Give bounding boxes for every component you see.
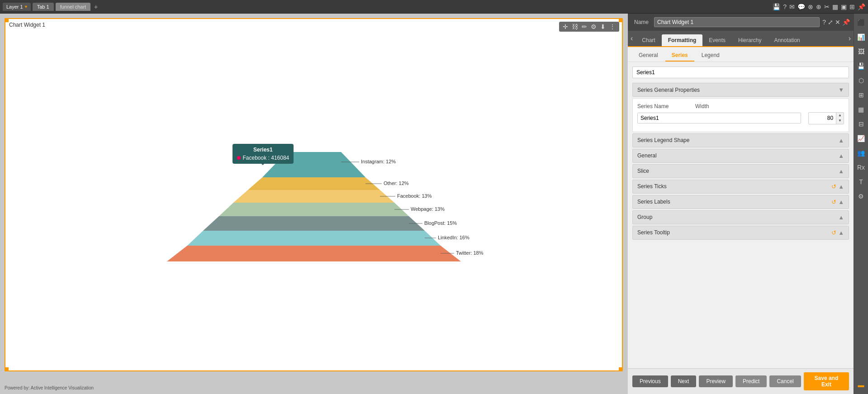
refresh-icon[interactable]: ↺ bbox=[831, 199, 836, 205]
save-exit-button[interactable]: Save and Exit bbox=[804, 372, 849, 390]
previous-button[interactable]: Previous bbox=[632, 375, 668, 387]
section-group[interactable]: Group ▲ bbox=[632, 210, 849, 224]
refresh-icon[interactable]: ↺ bbox=[831, 183, 836, 190]
layer-dropdown-icon[interactable]: ▾ bbox=[25, 4, 27, 9]
canvas-footer: Powered by: Active Intelligence Visualiz… bbox=[5, 385, 94, 390]
sidebar-icon-12[interactable]: ⚙ bbox=[855, 190, 868, 203]
tools-icon[interactable]: ✂ bbox=[824, 3, 830, 10]
funnel-layer-webpage[interactable] bbox=[219, 203, 409, 216]
label-facebook: Facebook: 13% bbox=[397, 193, 432, 199]
section-collapse-icon[interactable]: ▼ bbox=[838, 86, 844, 93]
panel-header-icons: ? ⤢ ✕ 📌 bbox=[822, 19, 850, 26]
panel-help-icon[interactable]: ? bbox=[822, 19, 826, 26]
funnel-layer-other[interactable] bbox=[248, 177, 380, 190]
sub-tab-legend[interactable]: Legend bbox=[695, 50, 726, 62]
label-blogpost: BlogPost: 15% bbox=[424, 220, 457, 226]
handle-tl[interactable] bbox=[5, 19, 9, 22]
section-series-ticks[interactable]: Series Ticks ↺ ▲ bbox=[632, 180, 849, 194]
expand-icon[interactable]: ⊞ bbox=[849, 3, 855, 10]
section-series-tooltip[interactable]: Series Tooltip ↺ ▲ bbox=[632, 226, 849, 240]
section-general[interactable]: General ▲ bbox=[632, 149, 849, 163]
tab-1[interactable]: Tab 1 bbox=[33, 3, 54, 11]
section-collapse-icon[interactable]: ▲ bbox=[838, 229, 844, 236]
layer-label: Layer 1 bbox=[6, 4, 23, 9]
label-other: Other: 12% bbox=[384, 180, 409, 186]
panel-tab-next-arrow[interactable]: › bbox=[846, 34, 854, 43]
funnel-layer-twitter[interactable] bbox=[167, 246, 461, 261]
sidebar-icon-4[interactable]: ⬡ bbox=[855, 74, 868, 87]
tab-annotation[interactable]: Annotation bbox=[768, 34, 806, 46]
sidebar-icon-8[interactable]: 📈 bbox=[855, 132, 868, 145]
section-collapse-icon[interactable]: ▲ bbox=[838, 183, 844, 190]
sidebar-icon-9[interactable]: 👥 bbox=[855, 147, 868, 159]
section-collapse-icon[interactable]: ▲ bbox=[838, 168, 844, 175]
funnel-layer-linkedin[interactable] bbox=[187, 231, 441, 246]
panel-name-input[interactable] bbox=[654, 17, 820, 27]
width-spinner[interactable]: ▲ ▼ bbox=[808, 112, 844, 124]
filter-icon[interactable]: ⊗ bbox=[808, 3, 813, 10]
sidebar-icon-7[interactable]: ⊟ bbox=[855, 118, 868, 130]
sidebar-icon-0[interactable]: ⬛ bbox=[855, 16, 868, 29]
section-collapse-icon[interactable]: ▲ bbox=[838, 199, 844, 205]
cancel-button[interactable]: Cancel bbox=[769, 375, 801, 387]
refresh-icon[interactable]: ↺ bbox=[831, 229, 836, 236]
funnel-layer-blogpost[interactable] bbox=[203, 216, 425, 231]
preview-button[interactable]: Preview bbox=[699, 375, 733, 387]
sub-tabs: General Series Legend bbox=[628, 47, 854, 62]
panel-pin-icon[interactable]: 📌 bbox=[842, 19, 850, 26]
panel-close-icon[interactable]: ✕ bbox=[835, 19, 840, 26]
tab-events[interactable]: Events bbox=[702, 34, 732, 46]
series-name-input[interactable] bbox=[637, 113, 801, 123]
sub-tab-general[interactable]: General bbox=[632, 50, 664, 62]
funnel-layer-facebook[interactable] bbox=[233, 190, 394, 203]
sidebar-icon-3[interactable]: 💾 bbox=[855, 60, 868, 72]
panel-tab-prev-arrow[interactable]: ‹ bbox=[628, 34, 636, 43]
width-label: Width bbox=[695, 103, 722, 109]
right-sidebar: ⬛ 📊 🖼 💾 ⬡ ⊞ ▦ ⊟ 📈 👥 Rx T ⚙ ▬ bbox=[854, 14, 868, 394]
handle-br[interactable] bbox=[619, 367, 622, 371]
tab-funnel-chart[interactable]: funnel chart bbox=[56, 3, 90, 11]
section-legend-shape[interactable]: Series Legend Shape ▲ bbox=[632, 133, 849, 147]
sidebar-icon-1[interactable]: 📊 bbox=[855, 31, 868, 43]
layer-tab[interactable]: Layer 1 ▾ bbox=[3, 3, 31, 11]
sidebar-icon-11[interactable]: T bbox=[855, 176, 868, 188]
panel-resize-icon[interactable]: ⤢ bbox=[828, 19, 833, 26]
series-dropdown[interactable]: Series1 bbox=[632, 66, 849, 78]
section-series-labels[interactable]: Series Labels ↺ ▲ bbox=[632, 195, 849, 209]
panel-tabs: Chart Formatting Events Hierarchy Annota… bbox=[636, 31, 845, 46]
handle-tr[interactable] bbox=[619, 19, 622, 22]
section-collapse-icon[interactable]: ▲ bbox=[838, 137, 844, 144]
help-icon[interactable]: ? bbox=[783, 3, 787, 10]
section-collapse-icon[interactable]: ▲ bbox=[838, 214, 844, 221]
sidebar-icon-6[interactable]: ▦ bbox=[855, 103, 868, 116]
sidebar-icon-2[interactable]: 🖼 bbox=[855, 45, 868, 58]
width-input[interactable] bbox=[809, 113, 836, 124]
tooltip-value: Facebook : 416084 bbox=[243, 155, 289, 161]
funnel-chart: Instagram: 12% Other: 12% Facebook: 13% … bbox=[138, 126, 490, 271]
section-series-general[interactable]: Series General Properties ▼ bbox=[632, 83, 849, 97]
tooltip-title: Series1 bbox=[237, 147, 289, 153]
add-tab-button[interactable]: + bbox=[92, 3, 100, 10]
monitor-icon[interactable]: ▣ bbox=[841, 3, 847, 10]
tab-formatting[interactable]: Formatting bbox=[662, 34, 703, 46]
chat-icon[interactable]: 💬 bbox=[797, 3, 805, 10]
sidebar-icon-10[interactable]: Rx bbox=[855, 161, 868, 174]
section-slice[interactable]: Slice ▲ bbox=[632, 164, 849, 178]
fields-section-general: Series Name Width ▲ ▼ bbox=[632, 98, 849, 132]
filter2-icon[interactable]: ⊕ bbox=[816, 3, 821, 10]
tab-hierarchy[interactable]: Hierarchy bbox=[732, 34, 768, 46]
tab-chart[interactable]: Chart bbox=[636, 34, 661, 46]
sub-tab-series[interactable]: Series bbox=[665, 50, 694, 62]
next-button[interactable]: Next bbox=[671, 375, 697, 387]
sidebar-icon-bottom[interactable]: ▬ bbox=[855, 379, 868, 391]
grid-icon[interactable]: ▦ bbox=[832, 3, 838, 10]
pin-icon[interactable]: 📌 bbox=[858, 3, 865, 10]
email-icon[interactable]: ✉ bbox=[789, 3, 795, 10]
save-icon[interactable]: 💾 bbox=[773, 3, 780, 10]
sidebar-icon-5[interactable]: ⊞ bbox=[855, 89, 868, 101]
spin-up[interactable]: ▲ bbox=[836, 113, 844, 118]
predict-button[interactable]: Predict bbox=[735, 375, 767, 387]
spin-down[interactable]: ▼ bbox=[836, 118, 844, 123]
handle-bl[interactable] bbox=[5, 367, 9, 371]
section-collapse-icon[interactable]: ▲ bbox=[838, 152, 844, 159]
